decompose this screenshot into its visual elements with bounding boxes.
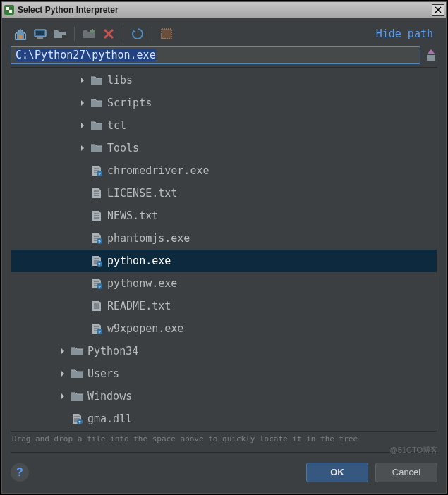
new-folder-button[interactable]: [80, 25, 97, 42]
disclosure-placeholder: [58, 414, 68, 424]
disclosure-placeholder: [78, 324, 87, 334]
file-tree[interactable]: libsScriptstclTools?chromedriver.exeLICE…: [11, 68, 437, 431]
hide-path-link[interactable]: Hide path: [376, 28, 436, 40]
folder-icon: [71, 346, 83, 357]
path-input[interactable]: [16, 49, 416, 61]
disclosure-placeholder: [78, 279, 87, 288]
file-unknown-icon: ?: [90, 255, 103, 267]
tree-row-label: Scripts: [107, 97, 152, 109]
tree-row[interactable]: ?python.exe: [11, 250, 437, 272]
tree-row[interactable]: ?w9xpopen.exe: [11, 317, 437, 340]
svg-rect-4: [37, 37, 43, 39]
folder-icon: [90, 142, 103, 154]
disclosure-placeholder: [78, 233, 87, 243]
hint-text: Drag and drop a file into the space abov…: [11, 432, 437, 444]
file-text-icon: [90, 210, 103, 221]
disclosure-placeholder: [78, 301, 87, 311]
project-dir-button[interactable]: [52, 25, 68, 42]
disclosure-triangle-icon[interactable]: [78, 121, 87, 130]
toolbar-separator: [123, 27, 123, 41]
toolbar-separator: [152, 27, 152, 41]
history-dropdown-button[interactable]: [425, 47, 437, 63]
svg-rect-3: [36, 31, 44, 35]
file-unknown-icon: ?: [90, 278, 103, 289]
tree-row-label: chromedriver.exe: [107, 164, 210, 177]
toolbar: Hide path: [11, 26, 437, 46]
footer: ? OK Cancel: [11, 452, 437, 484]
tree-row-label: gma.dll: [87, 412, 132, 425]
svg-rect-6: [162, 29, 171, 39]
show-hidden-button[interactable]: [158, 25, 175, 42]
disclosure-placeholder: [78, 256, 87, 266]
tree-row-label: README.txt: [107, 300, 171, 312]
disclosure-triangle-icon[interactable]: [78, 75, 87, 85]
cancel-button[interactable]: Cancel: [375, 463, 437, 482]
desktop-button[interactable]: [32, 25, 49, 42]
tree-row-label: w9xpopen.exe: [107, 322, 183, 335]
tree-row[interactable]: tcl: [11, 114, 437, 137]
folder-icon: [90, 97, 103, 109]
tree-container: libsScriptstclTools?chromedriver.exeLICE…: [11, 67, 437, 432]
file-unknown-icon: ?: [90, 233, 103, 244]
folder-icon: [71, 368, 83, 379]
svg-rect-1: [19, 35, 22, 39]
disclosure-triangle-icon[interactable]: [78, 98, 87, 108]
ok-button[interactable]: OK: [306, 463, 368, 482]
tree-row[interactable]: libs: [11, 69, 437, 92]
tree-row-label: Tools: [107, 142, 139, 154]
titlebar-title: Select Python Interpreter: [18, 5, 119, 15]
content-area: Hide path libsScriptstclTools?chromedriv…: [11, 26, 437, 444]
tree-row-label: phantomjs.exe: [107, 232, 190, 245]
tree-row[interactable]: ?pythonw.exe: [11, 272, 437, 295]
toolbar-separator: [74, 27, 75, 41]
disclosure-placeholder: [78, 188, 87, 198]
tree-row-label: tcl: [107, 119, 126, 132]
disclosure-triangle-icon[interactable]: [58, 391, 68, 401]
tree-row-label: python.exe: [107, 255, 171, 267]
titlebar: Select Python Interpreter: [2, 2, 446, 18]
path-input-container[interactable]: [11, 46, 420, 64]
folder-icon: [71, 391, 83, 402]
dialog-window: Select Python Interpreter: [1, 1, 447, 494]
tree-row-label: NEWS.txt: [107, 209, 158, 222]
disclosure-placeholder: [78, 166, 87, 176]
tree-row[interactable]: ?gma.dll: [11, 408, 437, 430]
delete-button[interactable]: [100, 25, 117, 42]
tree-row[interactable]: Scripts: [11, 92, 437, 114]
disclosure-triangle-icon[interactable]: [58, 369, 68, 379]
close-button[interactable]: [432, 4, 444, 16]
path-row: [11, 46, 437, 64]
home-button[interactable]: [12, 25, 29, 42]
file-unknown-icon: ?: [90, 165, 103, 176]
file-unknown-icon: ?: [71, 413, 83, 424]
tree-row[interactable]: Users: [11, 362, 437, 385]
file-unknown-icon: ?: [90, 323, 103, 334]
tree-row-label: Python34: [87, 345, 138, 358]
tree-row[interactable]: Windows: [11, 385, 437, 408]
disclosure-triangle-icon[interactable]: [78, 143, 87, 153]
tree-row-label: libs: [107, 74, 133, 87]
tree-row-label: Windows: [87, 390, 132, 403]
tree-row[interactable]: Tools: [11, 137, 437, 159]
disclosure-placeholder: [78, 211, 87, 221]
app-icon: [4, 4, 15, 16]
svg-rect-5: [62, 35, 66, 39]
folder-icon: [90, 75, 103, 86]
folder-icon: [90, 120, 103, 131]
tree-row-label: pythonw.exe: [107, 277, 177, 290]
tree-row[interactable]: NEWS.txt: [11, 204, 437, 227]
file-text-icon: [90, 188, 103, 199]
tree-row[interactable]: ?chromedriver.exe: [11, 159, 437, 182]
tree-row-label: LICENSE.txt: [107, 187, 177, 200]
file-text-icon: [90, 300, 103, 312]
help-button[interactable]: ?: [11, 463, 29, 482]
tree-row[interactable]: ?phantomjs.exe: [11, 227, 437, 250]
svg-rect-8: [427, 55, 435, 61]
tree-row[interactable]: README.txt: [11, 295, 437, 317]
tree-row[interactable]: LICENSE.txt: [11, 182, 437, 204]
tree-row-label: Users: [87, 367, 119, 380]
disclosure-triangle-icon[interactable]: [58, 346, 68, 356]
refresh-button[interactable]: [129, 25, 146, 42]
svg-rect-0: [4, 5, 14, 15]
tree-row[interactable]: Python34: [11, 340, 437, 362]
